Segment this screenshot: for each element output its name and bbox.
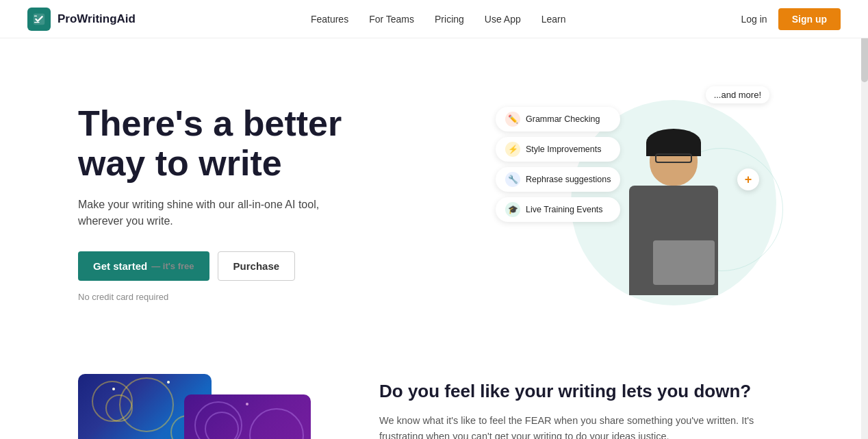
section-body: We know what it's like to feel the FEAR … xyxy=(379,413,790,439)
hero-buttons: Get started — it's free Purchase xyxy=(78,251,342,281)
nav-for-teams[interactable]: For Teams xyxy=(369,14,414,25)
person-body xyxy=(619,134,728,326)
hero-text: There's a better way to write Make your … xyxy=(78,103,342,302)
person-head xyxy=(650,134,698,186)
purchase-button[interactable]: Purchase xyxy=(218,251,296,281)
hero-illustration: ...and more! + ✏️ Grammar Checking ⚡ Sty… xyxy=(496,79,790,326)
brand-name: ProWritingAid xyxy=(58,12,136,26)
hero-subtitle: Make your writing shine with our all-in-… xyxy=(78,197,342,229)
login-link[interactable]: Log in xyxy=(741,14,767,25)
signup-button[interactable]: Sign up xyxy=(778,8,841,30)
hero-person-illustration xyxy=(598,93,749,326)
nav-features[interactable]: Features xyxy=(311,14,348,25)
grammar-icon: ✏️ xyxy=(505,112,520,127)
person-torso xyxy=(629,186,718,295)
section-images: My idea in my head xyxy=(78,374,338,439)
rephrase-icon: 🔧 xyxy=(505,172,520,187)
free-note: — it's free xyxy=(151,261,194,271)
no-credit-card-text: No credit card required xyxy=(78,292,342,302)
navbar-actions: Log in Sign up xyxy=(741,8,841,30)
navbar-links: Features For Teams Pricing Use App Learn xyxy=(311,14,566,25)
logo-icon xyxy=(27,8,51,31)
get-started-button[interactable]: Get started — it's free xyxy=(78,251,209,281)
nav-use-app[interactable]: Use App xyxy=(485,14,521,25)
nav-pricing[interactable]: Pricing xyxy=(435,14,464,25)
star-dot-b xyxy=(246,403,248,405)
swirl-3 xyxy=(119,377,174,432)
star-dot xyxy=(167,381,170,384)
person-glasses xyxy=(655,153,692,163)
nav-learn[interactable]: Learn xyxy=(541,14,566,25)
hero-headline: There's a better way to write xyxy=(78,103,342,183)
section-two: My idea in my head Do you feel like your… xyxy=(23,353,845,439)
star-dot xyxy=(112,388,115,390)
training-icon: 🎓 xyxy=(505,202,520,217)
navbar: ProWritingAid Features For Teams Pricing… xyxy=(0,0,868,38)
person-laptop xyxy=(653,240,715,285)
section-heading: Do you feel like your writing lets you d… xyxy=(379,381,790,402)
person-hair xyxy=(646,129,701,156)
scrollbar[interactable] xyxy=(861,0,868,439)
swirl-b-3 xyxy=(249,408,304,439)
section-text: Do you feel like your writing lets you d… xyxy=(379,374,790,439)
card-blue xyxy=(184,394,311,439)
hero-section: There's a better way to write Make your … xyxy=(23,38,845,353)
style-icon: ⚡ xyxy=(505,142,520,157)
navbar-logo-group: ProWritingAid xyxy=(27,8,136,31)
